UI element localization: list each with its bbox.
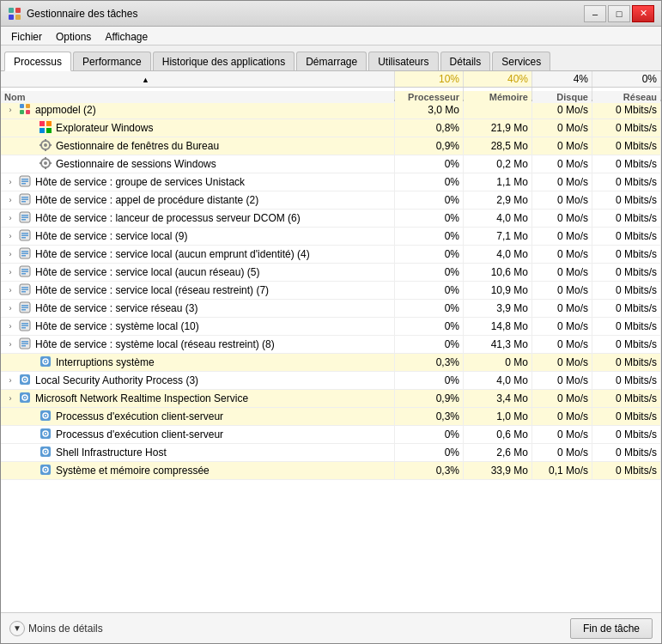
expand-icon[interactable]: › <box>4 194 16 206</box>
table-row[interactable]: ›Hôte de service : système local (réseau… <box>1 336 661 354</box>
disk-cell: 0 Mo/s <box>532 210 592 228</box>
row-icon <box>19 337 33 351</box>
col-header-disk[interactable]: Disque <box>532 90 592 104</box>
process-name: Hôte de service : service local (9) <box>35 230 187 242</box>
expand-icon[interactable]: › <box>4 104 16 116</box>
expand-icon[interactable]: › <box>4 212 16 224</box>
net-cell: 0 Mbits/s <box>592 354 661 372</box>
table-row[interactable]: ›Local Security Authority Process (3)0%4… <box>1 372 661 390</box>
expand-icon[interactable]: › <box>4 392 16 404</box>
tab-demarrage[interactable]: Démarrage <box>296 52 367 70</box>
disk-cell: 0 Mo/s <box>532 282 592 300</box>
svg-rect-3 <box>15 15 21 20</box>
col-net-usage: 0% <box>592 71 661 88</box>
col-sort-arrow[interactable]: ▲ <box>1 71 395 88</box>
less-detail-label: Moins de détails <box>28 623 103 635</box>
disk-cell: 0 Mo/s <box>532 191 592 210</box>
expand-icon[interactable]: › <box>4 176 16 188</box>
table-row[interactable]: ›Hôte de service : service réseau (3)0%3… <box>1 300 661 318</box>
row-icon <box>19 319 33 333</box>
tab-historique[interactable]: Historique des applications <box>153 52 295 70</box>
menu-options[interactable]: Options <box>49 28 98 44</box>
net-cell: 0 Mbits/s <box>592 300 661 318</box>
table-row[interactable]: Processus d'exécution client-serveur0,3%… <box>1 408 661 426</box>
table-row[interactable]: ›Microsoft Network Realtime Inspection S… <box>1 390 661 408</box>
menu-affichage[interactable]: Affichage <box>98 28 155 44</box>
svg-point-78 <box>45 433 46 434</box>
svg-rect-63 <box>21 345 26 347</box>
tab-utilisateurs[interactable]: Utilisateurs <box>368 52 438 70</box>
table-row[interactable]: ›Hôte de service : service local (réseau… <box>1 282 661 300</box>
table-row[interactable]: ›Hôte de service : appel de procédure di… <box>1 191 661 210</box>
menu-fichier[interactable]: Fichier <box>4 28 49 44</box>
expand-icon[interactable]: › <box>4 374 16 386</box>
cpu-cell: 0% <box>395 155 464 173</box>
maximize-button[interactable]: □ <box>608 5 630 22</box>
tab-performance[interactable]: Performance <box>73 52 151 70</box>
svg-rect-8 <box>39 121 45 126</box>
expand-icon[interactable]: › <box>4 320 16 332</box>
svg-rect-50 <box>21 289 28 291</box>
svg-rect-23 <box>49 162 52 164</box>
expand-icon[interactable]: › <box>4 266 16 278</box>
row-icon <box>39 446 53 459</box>
table-row[interactable]: ›Hôte de service : système local (10)0%1… <box>1 318 661 336</box>
tab-processus[interactable]: Processus <box>4 52 71 71</box>
table-row[interactable]: Interruptions système0,3%0 Mo0 Mo/s0 Mbi… <box>1 354 661 372</box>
table-row[interactable]: Gestionnaire de sessions Windows0%0,2 Mo… <box>1 155 661 173</box>
expand-icon[interactable]: › <box>4 230 16 242</box>
table-row[interactable]: ›Hôte de service : service local (aucun … <box>1 264 661 282</box>
svg-rect-11 <box>46 128 52 133</box>
table-row[interactable]: Shell Infrastructure Host0%2,6 Mo0 Mo/s0… <box>1 444 661 462</box>
table-row[interactable]: ›Hôte de service : lanceur de processus … <box>1 210 661 228</box>
row-icon <box>19 301 33 315</box>
expand-icon[interactable]: › <box>4 284 16 296</box>
table-row[interactable]: ›Hôte de service : service local (aucun … <box>1 246 661 264</box>
col-mem-usage: 40% <box>464 71 532 88</box>
svg-rect-33 <box>21 215 28 216</box>
col-header-net[interactable]: Réseau <box>592 90 661 104</box>
col-header-mem[interactable]: Mémoire <box>464 90 532 104</box>
svg-rect-26 <box>21 181 28 183</box>
svg-rect-54 <box>21 307 28 309</box>
svg-point-66 <box>45 361 46 362</box>
row-icon <box>19 392 33 405</box>
svg-rect-46 <box>21 271 28 273</box>
app-icon <box>8 7 21 21</box>
close-button[interactable]: ✕ <box>632 5 654 22</box>
col-header-cpu[interactable]: Processeur <box>395 90 464 104</box>
table-row[interactable]: ›Hôte de service : service local (9)0%7,… <box>1 228 661 246</box>
table-row[interactable]: ›Hôte de service : groupe de services Un… <box>1 173 661 191</box>
minimize-button[interactable]: – <box>584 5 606 22</box>
process-name: Hôte de service : service local (réseau … <box>35 284 269 296</box>
disk-cell: 0 Mo/s <box>532 246 592 264</box>
table-row[interactable]: Système et mémoire compressée0,3%33,9 Mo… <box>1 462 661 480</box>
svg-rect-31 <box>21 201 26 203</box>
svg-point-72 <box>24 397 26 398</box>
disk-cell: 0,1 Mo/s <box>532 462 592 480</box>
tab-services[interactable]: Services <box>492 52 550 70</box>
expand-icon[interactable]: › <box>4 338 16 350</box>
svg-rect-9 <box>46 121 52 126</box>
expand-icon[interactable]: › <box>4 302 16 314</box>
table-row[interactable]: Gestionnaire de fenêtres du Bureau0,9%28… <box>1 137 661 155</box>
net-cell: 0 Mbits/s <box>592 191 661 210</box>
tab-details[interactable]: Détails <box>440 52 491 70</box>
process-name: Processus d'exécution client-serveur <box>56 428 223 440</box>
table-row[interactable]: Processus d'exécution client-serveur0%0,… <box>1 426 661 444</box>
process-table-container[interactable]: ▲ 10% 40% 4% 0% Nom Processeur Mémoire D… <box>1 71 661 612</box>
svg-rect-10 <box>39 128 45 133</box>
cpu-cell: 0% <box>395 210 464 228</box>
mem-cell: 7,1 Mo <box>464 228 532 246</box>
expand-icon[interactable]: › <box>4 248 16 260</box>
disk-cell: 0 Mo/s <box>532 264 592 282</box>
less-detail-button[interactable]: ▼ Moins de détails <box>9 621 103 636</box>
svg-rect-0 <box>9 8 14 13</box>
row-icon <box>39 355 53 369</box>
row-icon <box>19 103 33 117</box>
net-cell: 0 Mbits/s <box>592 264 661 282</box>
svg-rect-15 <box>45 149 46 151</box>
table-row[interactable]: Explorateur Windows0,8%21,9 Mo0 Mo/s0 Mb… <box>1 119 661 137</box>
col-header-nom[interactable]: Nom <box>1 90 395 104</box>
end-task-button[interactable]: Fin de tâche <box>570 618 653 639</box>
